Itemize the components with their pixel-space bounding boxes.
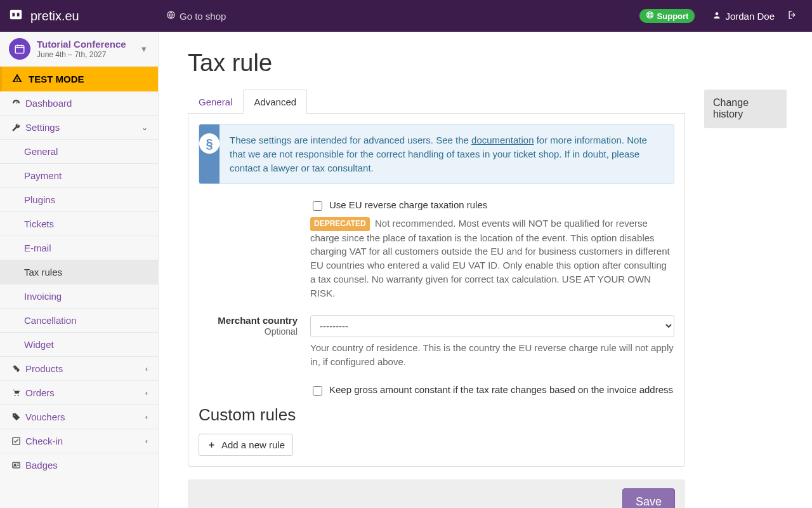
sidebar-item-label: Cancellation (24, 315, 77, 326)
sidebar-item-badges[interactable]: Badges (0, 453, 158, 477)
custom-rules-heading: Custom rules (199, 405, 674, 425)
sign-out-icon (787, 10, 797, 22)
sidebar-item-settings-tickets[interactable]: Tickets (0, 212, 158, 236)
goto-shop-link[interactable]: Go to shop (159, 0, 233, 32)
sidebar-item-label: Vouchers (25, 411, 65, 422)
documentation-label: documentation (471, 135, 534, 145)
life-ring-icon (646, 11, 654, 21)
sidebar-item-label: Orders (25, 387, 55, 398)
optional-label: Optional (265, 326, 298, 337)
sidebar-item-label: Check-in (25, 436, 63, 446)
logout-button[interactable] (781, 0, 803, 32)
wrench-icon (10, 123, 22, 132)
testmode-banner: TEST MODE (0, 67, 158, 91)
sidebar-item-settings-taxrules[interactable]: Tax rules (0, 260, 158, 284)
sidebar-item-label: Products (25, 363, 63, 374)
sidebar-item-label: Plugins (24, 194, 55, 205)
change-history-button[interactable]: Change history (704, 90, 787, 128)
tab-label: General (199, 97, 232, 107)
brand-logo-icon (9, 8, 27, 25)
event-name: Tutorial Conference (37, 39, 126, 50)
brand-text: pretix.eu (30, 9, 79, 23)
check-square-icon (10, 436, 22, 446)
sidebar-item-settings-cancellation[interactable]: Cancellation (0, 309, 158, 332)
info-text-pre: These settings are intended for advanced… (230, 135, 471, 145)
support-label: Support (657, 11, 689, 21)
user-icon (712, 11, 721, 22)
sidebar-item-label: Invoicing (24, 291, 62, 302)
chevron-left-icon: ‹ (145, 413, 148, 422)
reverse-charge-label: Use EU reverse charge taxation rules (329, 199, 487, 210)
page-title: Tax rule (188, 50, 787, 77)
add-rule-label: Add a new rule (221, 439, 285, 450)
tab-panel-advanced: § These settings are intended for advanc… (188, 114, 685, 467)
external-link-icon (166, 10, 176, 22)
sidebar-item-vouchers[interactable]: Vouchers ‹ (0, 405, 158, 429)
chevron-left-icon: ‹ (145, 364, 148, 373)
sidebar-item-checkin[interactable]: Check-in ‹ (0, 429, 158, 453)
sidebar-item-label: Settings (25, 122, 60, 133)
keep-gross-checkbox-row[interactable]: Keep gross amount constant if the tax ra… (310, 384, 674, 398)
info-text: These settings are intended for advanced… (219, 124, 674, 184)
warning-icon (12, 73, 22, 85)
reverse-charge-help: DEPRECATED Not recommended. Most events … (310, 217, 674, 300)
main-content: Tax rule General Advanced § (159, 32, 812, 508)
sidebar-item-label: Payment (24, 170, 62, 181)
brand-link[interactable]: pretix.eu (9, 0, 159, 32)
sidebar: Tutorial Conference June 4th – 7th, 2027… (0, 32, 159, 508)
svg-rect-0 (10, 10, 22, 19)
add-rule-button[interactable]: ＋ Add a new rule (199, 434, 293, 456)
svg-rect-7 (15, 46, 24, 53)
user-menu[interactable]: Jordan Doe (706, 0, 781, 32)
tabs: General Advanced (188, 90, 685, 114)
sidebar-item-orders[interactable]: Orders ‹ (0, 381, 158, 404)
reverse-charge-checkbox-row[interactable]: Use EU reverse charge taxation rules (310, 199, 674, 213)
svg-point-5 (648, 13, 651, 16)
tags-icon (10, 412, 22, 422)
tab-advanced[interactable]: Advanced (243, 90, 307, 114)
merchant-country-select[interactable]: --------- (310, 315, 674, 337)
save-label: Save (636, 495, 662, 508)
tachometer-icon (10, 98, 22, 108)
sidebar-item-settings[interactable]: Settings ⌄ (0, 116, 158, 139)
svg-point-10 (14, 464, 16, 466)
chevron-down-icon: ⌄ (141, 123, 148, 132)
sidebar-item-label: Badges (25, 460, 58, 471)
keep-gross-checkbox[interactable] (313, 386, 322, 396)
sidebar-item-products[interactable]: Products ‹ (0, 357, 158, 380)
username-label: Jordan Doe (725, 11, 775, 22)
sidebar-item-settings-payment[interactable]: Payment (0, 164, 158, 187)
sidebar-item-settings-widget[interactable]: Widget (0, 333, 158, 356)
deprecated-badge: DEPRECATED (310, 217, 370, 231)
save-button[interactable]: Save (622, 488, 675, 508)
caret-down-icon: ▾ (139, 43, 149, 55)
plus-icon: ＋ (207, 439, 216, 451)
sidebar-item-dashboard[interactable]: Dashboard (0, 91, 158, 115)
save-bar: Save (188, 479, 685, 508)
chevron-left-icon: ‹ (145, 437, 148, 446)
ticket-icon (10, 364, 22, 373)
tab-general[interactable]: General (188, 90, 243, 114)
top-navbar: pretix.eu Go to shop Support (0, 0, 812, 32)
support-button[interactable]: Support (639, 9, 695, 23)
reverse-charge-checkbox[interactable] (313, 201, 322, 211)
tab-label: Advanced (254, 97, 296, 107)
event-daterange: June 4th – 7th, 2027 (37, 50, 126, 59)
event-switcher[interactable]: Tutorial Conference June 4th – 7th, 2027… (0, 32, 158, 67)
change-history-label: Change history (713, 97, 749, 119)
section-sign-icon: § (199, 133, 219, 154)
merchant-country-label: Merchant country (199, 315, 298, 326)
sidebar-item-settings-invoicing[interactable]: Invoicing (0, 284, 158, 308)
goto-shop-label: Go to shop (180, 11, 226, 22)
testmode-label: TEST MODE (29, 74, 84, 84)
sidebar-item-label: Widget (24, 339, 54, 350)
sidebar-item-settings-plugins[interactable]: Plugins (0, 188, 158, 211)
documentation-link[interactable]: documentation (471, 135, 534, 145)
info-callout: § These settings are intended for advanc… (199, 124, 674, 184)
svg-point-6 (716, 12, 719, 15)
sidebar-item-settings-email[interactable]: E-mail (0, 236, 158, 260)
chevron-left-icon: ‹ (145, 389, 148, 398)
sidebar-item-settings-general[interactable]: General (0, 140, 158, 163)
sidebar-item-label: Tickets (24, 218, 54, 229)
keep-gross-label: Keep gross amount constant if the tax ra… (329, 384, 673, 395)
